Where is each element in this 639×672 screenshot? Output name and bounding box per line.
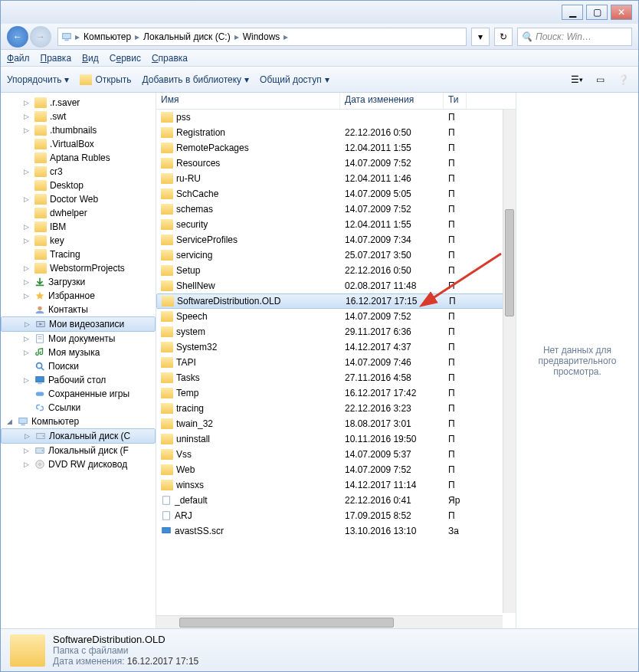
expand-icon[interactable]: ▷ — [22, 113, 30, 120]
table-row[interactable]: Temp16.12.2017 17:42П — [156, 385, 516, 401]
expand-icon[interactable]: ▷ — [22, 223, 30, 231]
tree-item[interactable]: Ссылки — [1, 401, 156, 415]
horizontal-scrollbar[interactable] — [156, 615, 503, 628]
share-button[interactable]: Общий доступ ▾ — [260, 74, 329, 85]
open-button[interactable]: Открыть — [80, 74, 131, 85]
tree-item[interactable]: ▷Моя музыка — [1, 346, 156, 359]
expand-icon[interactable]: ▷ — [22, 447, 30, 454]
expand-icon[interactable]: ▷ — [22, 126, 30, 134]
table-row[interactable]: avastSS.scr13.10.2016 13:10За — [156, 523, 516, 539]
menu-file[interactable]: Файл — [7, 53, 30, 64]
tree-item[interactable]: ▷Загрузки — [1, 275, 156, 289]
column-date[interactable]: Дата изменения — [340, 93, 444, 109]
tree-item[interactable]: Tracing — [1, 247, 156, 261]
table-row[interactable]: winsxs14.12.2017 11:14П — [156, 477, 516, 493]
table-row[interactable]: System3214.12.2017 4:37П — [156, 339, 516, 355]
table-row[interactable]: SoftwareDistribution.OLD16.12.2017 17:15… — [156, 293, 516, 309]
add-to-library-button[interactable]: Добавить в библиотеку ▾ — [143, 74, 250, 85]
table-row[interactable]: tracing22.12.2016 3:23П — [156, 401, 516, 416]
maximize-button[interactable]: ▢ — [586, 5, 608, 20]
organize-button[interactable]: Упорядочить ▾ — [7, 74, 69, 85]
tree-item[interactable]: ▷Мои видеозаписи — [1, 316, 156, 332]
tree-item[interactable]: Контакты — [1, 303, 156, 316]
tree-item[interactable]: ▷Избранное — [1, 289, 156, 303]
expand-icon[interactable]: ▷ — [22, 376, 30, 384]
view-options-button[interactable]: ☰ ▾ — [568, 72, 586, 87]
tree-item[interactable]: ▷cr3 — [1, 165, 156, 179]
table-row[interactable]: Vss14.07.2009 5:37П — [156, 447, 516, 462]
expand-icon[interactable]: ▷ — [22, 278, 30, 286]
table-row[interactable]: twain_3218.08.2017 3:01П — [156, 416, 516, 431]
expand-icon[interactable]: ▷ — [22, 99, 30, 107]
table-row[interactable]: ServiceProfiles14.07.2009 7:34П — [156, 232, 516, 247]
vertical-scrollbar[interactable] — [503, 110, 516, 613]
tree-item[interactable]: ▷Рабочий стол — [1, 373, 156, 387]
expand-icon[interactable]: ▷ — [23, 432, 31, 440]
tree-item[interactable]: ▷.swt — [1, 110, 156, 123]
table-row[interactable]: TAPI14.07.2009 7:46П — [156, 355, 516, 370]
expand-icon[interactable]: ◢ — [5, 418, 13, 425]
tree-item[interactable]: ▷WebstormProjects — [1, 261, 156, 275]
menu-edit[interactable]: Правка — [41, 53, 72, 64]
table-row[interactable]: pssП — [156, 110, 516, 125]
menu-help[interactable]: Справка — [152, 53, 188, 64]
tree-item[interactable]: ◢Компьютер — [1, 415, 156, 428]
table-row[interactable]: ShellNew02.08.2017 11:48П — [156, 278, 516, 293]
table-row[interactable]: security12.04.2011 1:55П — [156, 217, 516, 232]
tree-item[interactable]: Поиски — [1, 359, 156, 373]
tree-item[interactable]: Aptana Rubles — [1, 151, 156, 165]
tree-item[interactable]: ▷Локальный диск (F — [1, 444, 156, 457]
expand-icon[interactable]: ▷ — [23, 320, 31, 328]
scrollbar-thumb[interactable] — [179, 618, 394, 628]
forward-button[interactable]: → — [30, 26, 51, 48]
expand-icon[interactable]: ▷ — [22, 349, 30, 356]
menu-view[interactable]: Вид — [82, 53, 99, 64]
expand-icon[interactable]: ▷ — [22, 461, 30, 468]
breadcrumb-dropdown[interactable]: ▾ — [471, 28, 490, 46]
tree-item[interactable]: Сохраненные игры — [1, 387, 156, 401]
menu-service[interactable]: Сервис — [110, 53, 141, 64]
tree-item[interactable]: ▷.r.saver — [1, 96, 156, 110]
tree-item[interactable]: ▷.thumbnails — [1, 123, 156, 137]
tree-item[interactable]: ▷key — [1, 234, 156, 247]
table-row[interactable]: RemotePackages12.04.2011 1:55П — [156, 140, 516, 156]
tree-item[interactable]: ▷Локальный диск (C — [1, 428, 156, 444]
breadcrumb-item[interactable]: Компьютер — [81, 31, 133, 43]
breadcrumb[interactable]: ▸ Компьютер ▸ Локальный диск (C:) ▸ Wind… — [57, 28, 467, 46]
table-row[interactable]: SchCache14.07.2009 5:05П — [156, 186, 516, 202]
breadcrumb-item[interactable]: Локальный диск (C:) — [141, 31, 233, 43]
table-row[interactable]: schemas14.07.2009 7:52П — [156, 202, 516, 217]
table-row[interactable]: Setup22.12.2016 0:50П — [156, 263, 516, 278]
tree-item[interactable]: ▷Doctor Web — [1, 192, 156, 206]
tree-pane[interactable]: ▷.r.saver▷.swt▷.thumbnails.VirtualBoxApt… — [1, 93, 156, 628]
table-row[interactable]: ARJ17.09.2015 8:52П — [156, 508, 516, 523]
expand-icon[interactable]: ▷ — [22, 335, 30, 343]
expand-icon[interactable]: ▷ — [22, 292, 30, 300]
back-button[interactable]: ← — [7, 26, 28, 48]
tree-item[interactable]: ▷Мои документы — [1, 332, 156, 346]
table-row[interactable]: Registration22.12.2016 0:50П — [156, 125, 516, 140]
table-row[interactable]: Web14.07.2009 7:52П — [156, 462, 516, 477]
tree-item[interactable]: dwhelper — [1, 206, 156, 220]
expand-icon[interactable]: ▷ — [22, 237, 30, 244]
tree-item[interactable]: ▷IBM — [1, 220, 156, 234]
expand-icon[interactable]: ▷ — [22, 264, 30, 272]
tree-item[interactable]: .VirtualBox — [1, 137, 156, 151]
search-input[interactable]: 🔍 Поиск: Win… — [517, 28, 632, 46]
breadcrumb-item[interactable]: Windows — [241, 31, 283, 43]
scrollbar-thumb[interactable] — [505, 209, 514, 316]
table-row[interactable]: servicing25.07.2017 3:50П — [156, 247, 516, 263]
table-row[interactable]: Speech14.07.2009 7:52П — [156, 309, 516, 324]
close-button[interactable]: ✕ — [611, 5, 632, 20]
table-row[interactable]: ru-RU12.04.2011 1:46П — [156, 171, 516, 186]
column-name[interactable]: Имя — [156, 93, 340, 109]
preview-pane-button[interactable]: ▭ — [591, 72, 609, 87]
tree-item[interactable]: ▷DVD RW дисковод — [1, 457, 156, 471]
expand-icon[interactable]: ▷ — [22, 168, 30, 175]
minimize-button[interactable]: ▁ — [562, 5, 583, 20]
table-row[interactable]: Resources14.07.2009 7:52П — [156, 156, 516, 171]
table-row[interactable]: uninstall10.11.2016 19:50П — [156, 431, 516, 447]
table-row[interactable]: system29.11.2017 6:36П — [156, 324, 516, 339]
column-type[interactable]: Ти — [444, 93, 467, 109]
table-row[interactable]: Tasks27.11.2016 4:58П — [156, 370, 516, 385]
